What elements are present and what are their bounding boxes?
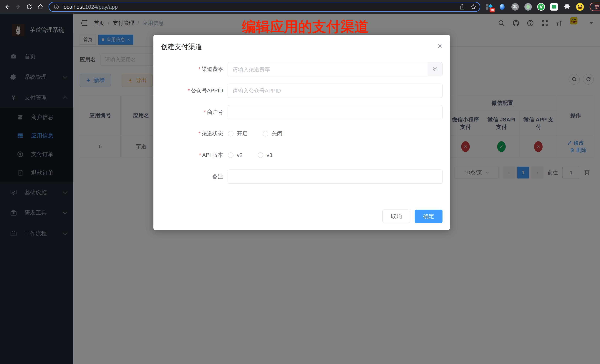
status-on-radio[interactable]: 开启	[228, 130, 248, 137]
merchant-input[interactable]	[228, 105, 442, 119]
form-row-remark: 备注	[153, 170, 442, 184]
radio-circle-icon	[228, 131, 234, 136]
dialog-body: *渠道费率 % *公众号APPID *商户号	[153, 52, 450, 184]
cancel-button[interactable]: 取消	[383, 209, 410, 223]
dialog-title: 创建支付渠道	[161, 42, 442, 52]
browser-back-icon[interactable]	[3, 3, 11, 11]
status-label: 渠道状态	[202, 130, 223, 136]
url-text: localhost:1024/pay/app	[62, 4, 118, 10]
dialog-footer: 取消 确定	[383, 209, 442, 223]
radio-circle-icon	[228, 152, 234, 158]
radio-circle-icon	[258, 152, 263, 158]
address-bar[interactable]: localhost:1024/pay/app	[48, 2, 480, 12]
appid-label: 公众号APPID	[191, 88, 223, 93]
api-v2-radio[interactable]: v2	[228, 152, 243, 158]
form-row-status: *渠道状态 开启 关闭	[153, 127, 442, 141]
rate-input[interactable]	[228, 62, 428, 76]
api-version-label: API 版本	[202, 152, 223, 158]
profile-avatar-icon[interactable]	[576, 3, 584, 11]
extension-balloon-icon[interactable]	[498, 3, 506, 11]
site-info-icon[interactable]	[54, 4, 59, 10]
extension-v-icon[interactable]: V	[537, 3, 545, 11]
browser-toolbar: localhost:1024/pay/app 10 ⌘ V 更新	[0, 0, 600, 14]
extension-command-icon[interactable]: ⌘	[511, 3, 519, 11]
dialog-header: 创建支付渠道 ×	[153, 35, 450, 52]
browser-home-icon[interactable]	[36, 3, 45, 11]
share-icon[interactable]	[459, 4, 465, 10]
browser-update-button[interactable]: 更新	[590, 3, 600, 11]
extensions-row: 10 ⌘ V	[485, 3, 584, 11]
api-v3-radio[interactable]: v3	[258, 152, 272, 158]
browser-reload-icon[interactable]	[25, 3, 33, 11]
create-payment-channel-dialog: 创建支付渠道 × *渠道费率 % *公众号APPID *	[153, 35, 450, 230]
extension-record-icon[interactable]	[524, 3, 532, 11]
screen: localhost:1024/pay/app 10 ⌘ V 更新	[0, 0, 600, 364]
extension-grid-icon[interactable]: 10	[485, 3, 493, 11]
extensions-puzzle-icon[interactable]	[563, 3, 571, 11]
remark-label: 备注	[212, 173, 223, 179]
merchant-label: 商户号	[207, 109, 223, 115]
browser-forward-icon[interactable]	[14, 3, 22, 11]
confirm-button[interactable]: 确定	[415, 209, 442, 223]
rate-label: 渠道费率	[202, 66, 223, 72]
form-row-api-version: *API 版本 v2 v3	[153, 148, 442, 162]
extension-badge: 10	[489, 8, 495, 12]
bookmark-star-icon[interactable]	[470, 4, 476, 10]
annotation-text: 编辑应用的支付渠道	[242, 18, 369, 36]
appid-input[interactable]	[228, 84, 442, 98]
radio-circle-icon	[263, 131, 268, 136]
form-row-rate: *渠道费率 %	[153, 62, 442, 76]
extension-chat-icon[interactable]	[550, 3, 558, 11]
status-off-radio[interactable]: 关闭	[263, 130, 282, 137]
dialog-close-icon[interactable]: ×	[438, 42, 442, 50]
remark-input[interactable]	[228, 170, 442, 184]
form-row-merchant: *商户号	[153, 105, 442, 119]
form-row-appid: *公众号APPID	[153, 84, 442, 98]
percent-suffix: %	[428, 62, 442, 76]
